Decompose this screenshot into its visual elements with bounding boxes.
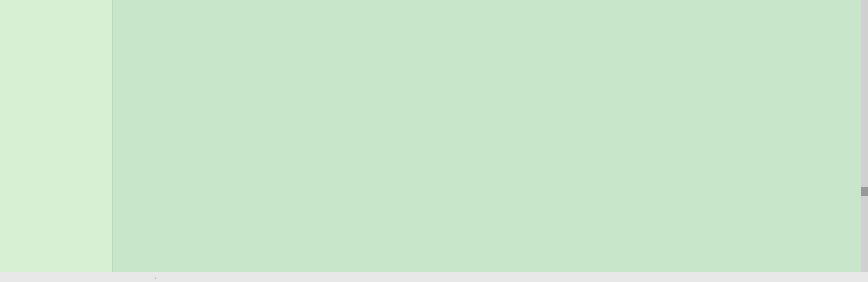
main-layout [0,0,868,272]
chevron-right-icon: › [155,275,157,280]
code-area[interactable] [147,0,861,272]
scrollbar-thumb[interactable] [861,187,868,196]
vertical-scrollbar[interactable] [861,0,868,272]
editor-pane [112,0,868,272]
fold-column [140,0,147,272]
line-gutter [112,0,140,272]
breadcrumb-bar[interactable]: › [0,272,868,282]
project-tree[interactable] [0,0,112,272]
